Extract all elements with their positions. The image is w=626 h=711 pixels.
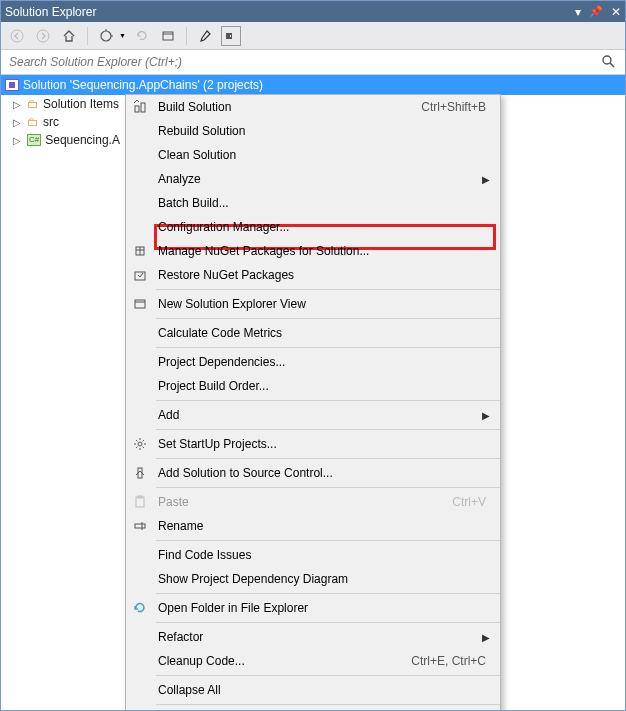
window-title: Solution Explorer: [5, 5, 575, 19]
pin-icon[interactable]: 📌: [589, 6, 603, 17]
menu-separator: [156, 289, 500, 290]
search-input[interactable]: [5, 52, 595, 72]
ctx-metrics[interactable]: Calculate Code Metrics: [126, 321, 500, 345]
expand-icon[interactable]: ▷: [11, 135, 23, 146]
shortcut-label: Ctrl+Shift+B: [421, 100, 492, 114]
sync-button[interactable]: [96, 26, 116, 46]
toolbar: ▼: [1, 22, 625, 50]
svg-point-7: [603, 56, 611, 64]
menu-label: Calculate Code Metrics: [154, 326, 492, 340]
search-icon[interactable]: [595, 54, 621, 71]
menu-label: Open Folder in File Explorer: [154, 601, 492, 615]
ctx-open-folder[interactable]: Open Folder in File Explorer: [126, 596, 500, 620]
submenu-arrow-icon: ▶: [482, 410, 492, 421]
menu-label: Configuration Manager...: [154, 220, 492, 234]
gear-icon: [126, 432, 154, 456]
collapse-button[interactable]: [158, 26, 178, 46]
menu-label: Show Project Dependency Diagram: [154, 572, 492, 586]
ctx-config[interactable]: Configuration Manager...: [126, 215, 500, 239]
submenu-arrow-icon: ▶: [482, 174, 492, 185]
ctx-rebuild[interactable]: Rebuild Solution: [126, 119, 500, 143]
ctx-refactor[interactable]: Refactor ▶: [126, 625, 500, 649]
folder-icon: 🗀: [27, 97, 39, 111]
menu-label: Cleanup Code...: [154, 654, 411, 668]
dropdown-icon[interactable]: ▾: [575, 6, 581, 18]
menu-separator: [156, 400, 500, 401]
tree-item-label: Sequencing.A: [45, 133, 120, 147]
menu-label: Set StartUp Projects...: [154, 437, 492, 451]
submenu-arrow-icon: ▶: [482, 632, 492, 643]
preview-button[interactable]: [221, 26, 241, 46]
solution-label: Solution 'Sequencing.AppChains' (2 proje…: [23, 78, 263, 92]
menu-label: Clean Solution: [154, 148, 492, 162]
expand-icon[interactable]: ▷: [11, 99, 23, 110]
window-controls: ▾ 📌 ✕: [575, 6, 621, 18]
separator: [186, 27, 187, 45]
menu-separator: [156, 540, 500, 541]
ctx-add[interactable]: Add ▶: [126, 403, 500, 427]
rename-icon: [126, 514, 154, 538]
menu-label: Paste: [154, 495, 452, 509]
csharp-icon: C#: [27, 134, 41, 146]
build-icon: [126, 95, 154, 119]
tree-item-label: src: [43, 115, 59, 129]
menu-label: Batch Build...: [154, 196, 492, 210]
title-bar: Solution Explorer ▾ 📌 ✕: [1, 1, 625, 22]
menu-label: Restore NuGet Packages: [154, 268, 492, 282]
menu-separator: [156, 675, 500, 676]
ctx-props[interactable]: Properties Alt+Enter: [126, 707, 500, 711]
search-row: [1, 50, 625, 75]
svg-line-8: [610, 63, 614, 67]
shortcut-label: Ctrl+E, Ctrl+C: [411, 654, 492, 668]
ctx-build[interactable]: Build Solution Ctrl+Shift+B: [126, 95, 500, 119]
menu-separator: [156, 429, 500, 430]
ctx-paste: Paste Ctrl+V: [126, 490, 500, 514]
ctx-scm[interactable]: Add Solution to Source Control...: [126, 461, 500, 485]
window-icon: [126, 292, 154, 316]
ctx-nuget-manage[interactable]: Manage NuGet Packages for Solution...: [126, 239, 500, 263]
ctx-collapse[interactable]: Collapse All: [126, 678, 500, 702]
chevron-down-icon[interactable]: ▼: [119, 32, 126, 39]
package-icon: [126, 239, 154, 263]
ctx-startup[interactable]: Set StartUp Projects...: [126, 432, 500, 456]
menu-label: Collapse All: [154, 683, 492, 697]
ctx-find-issues[interactable]: Find Code Issues: [126, 543, 500, 567]
ctx-deps[interactable]: Project Dependencies...: [126, 350, 500, 374]
menu-label: New Solution Explorer View: [154, 297, 492, 311]
svg-rect-5: [226, 33, 232, 39]
menu-label: Refactor: [154, 630, 482, 644]
menu-label: Project Dependencies...: [154, 355, 492, 369]
menu-separator: [156, 487, 500, 488]
ctx-analyze[interactable]: Analyze ▶: [126, 167, 500, 191]
properties-button[interactable]: [195, 26, 215, 46]
svg-point-15: [138, 442, 142, 446]
menu-separator: [156, 458, 500, 459]
refresh-button[interactable]: [132, 26, 152, 46]
expand-icon[interactable]: ▷: [11, 117, 23, 128]
menu-separator: [156, 593, 500, 594]
back-button[interactable]: [7, 26, 27, 46]
svg-point-0: [11, 30, 23, 42]
home-button[interactable]: [59, 26, 79, 46]
wrench-icon: [126, 707, 154, 711]
separator: [87, 27, 88, 45]
close-icon[interactable]: ✕: [611, 6, 621, 18]
ctx-batch[interactable]: Batch Build...: [126, 191, 500, 215]
menu-label: Project Build Order...: [154, 379, 492, 393]
forward-button[interactable]: [33, 26, 53, 46]
ctx-rename[interactable]: Rename: [126, 514, 500, 538]
ctx-new-view[interactable]: New Solution Explorer View: [126, 292, 500, 316]
ctx-cleanup[interactable]: Cleanup Code... Ctrl+E, Ctrl+C: [126, 649, 500, 673]
ctx-clean[interactable]: Clean Solution: [126, 143, 500, 167]
ctx-build-order[interactable]: Project Build Order...: [126, 374, 500, 398]
ctx-nuget-restore[interactable]: Restore NuGet Packages: [126, 263, 500, 287]
svg-rect-10: [141, 103, 145, 112]
ctx-dep-diagram[interactable]: Show Project Dependency Diagram: [126, 567, 500, 591]
menu-label: Manage NuGet Packages for Solution...: [154, 244, 492, 258]
solution-node[interactable]: Solution 'Sequencing.AppChains' (2 proje…: [1, 75, 625, 95]
svg-rect-19: [135, 524, 145, 528]
svg-rect-9: [135, 106, 139, 112]
context-menu: Build Solution Ctrl+Shift+B Rebuild Solu…: [125, 94, 501, 711]
paste-icon: [126, 490, 154, 514]
tree-item-label: Solution Items: [43, 97, 119, 111]
